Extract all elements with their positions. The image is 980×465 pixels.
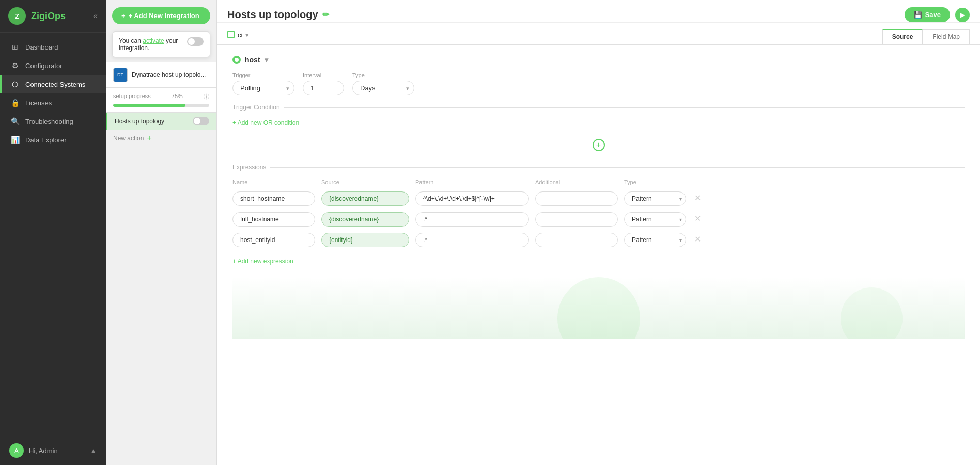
col-additional-label: Additional <box>535 179 618 185</box>
logo-text: ZigiOps <box>31 11 66 22</box>
expr-additional-group-2 <box>535 212 618 227</box>
troubleshooting-icon: 🔍 <box>11 117 19 125</box>
expression-row-1: Pattern ✕ <box>232 191 965 206</box>
action-toggle[interactable] <box>193 117 209 125</box>
trigger-label: Trigger <box>232 72 294 78</box>
user-greeting: Hi, Admin <box>29 447 58 455</box>
sidebar-item-licenses[interactable]: 🔒 Licenses <box>0 93 106 112</box>
type-select-wrapper: Days Hours Minutes <box>352 81 414 95</box>
expr-pattern-input-2[interactable] <box>415 212 529 227</box>
expr-source-input-2[interactable] <box>321 212 409 227</box>
add-integration-button[interactable]: + + Add New Integration <box>112 7 210 24</box>
save-button[interactable]: 💾 Save <box>905 7 950 22</box>
col-name-label: Name <box>232 179 315 185</box>
sidebar-item-dashboard[interactable]: ⊞ Dashboard <box>0 38 106 56</box>
trigger-condition-section: Trigger Condition <box>232 104 965 111</box>
tab-source[interactable]: Source <box>882 29 923 44</box>
delete-expr-button-3[interactable]: ✕ <box>692 234 703 247</box>
header-actions: 💾 Save ▶ <box>905 7 970 22</box>
edit-title-icon[interactable]: ✏ <box>322 10 329 20</box>
integration-toggle[interactable] <box>187 37 204 46</box>
col-source-label: Source <box>321 179 409 185</box>
expressions-header-row: Name Source Pattern Additional <box>232 179 965 185</box>
sidebar-item-label: Connected Systems <box>25 81 85 88</box>
delete-expr-button-1[interactable]: ✕ <box>692 193 703 206</box>
sidebar-item-configurator[interactable]: ⚙ Configurator <box>0 56 106 75</box>
expr-pattern-input-3[interactable] <box>415 233 529 247</box>
add-expression-button[interactable]: + Add new expression <box>232 255 293 267</box>
user-menu-icon[interactable]: ▲ <box>90 447 97 455</box>
new-action-button[interactable]: New action + <box>106 130 216 147</box>
host-section: host ▾ Trigger Polling <box>232 56 965 267</box>
sidebar-item-label: Troubleshooting <box>25 118 73 125</box>
interval-input[interactable] <box>303 81 344 95</box>
logo-icon: Z <box>8 7 26 25</box>
trigger-group: Trigger Polling <box>232 72 294 95</box>
ci-selector[interactable]: ci ▾ <box>227 31 255 43</box>
expr-source-input-1[interactable] <box>321 191 409 206</box>
integration-item-dynatrace[interactable]: DT Dynatrace host up topolo... <box>106 62 216 88</box>
expr-name-input-3[interactable] <box>232 233 315 247</box>
ci-checkbox[interactable] <box>227 31 235 38</box>
integration-item-name: Dynatrace host up topolo... <box>132 71 209 78</box>
type-select[interactable]: Days Hours Minutes <box>352 81 414 95</box>
expr-pattern-group-3 <box>415 233 529 247</box>
add-circle-button[interactable]: + <box>593 139 605 151</box>
expr-source-input-3[interactable] <box>321 233 409 247</box>
expr-name-input-2[interactable] <box>232 212 315 227</box>
sidebar-item-label: Licenses <box>25 99 52 107</box>
sidebar-item-label: Dashboard <box>25 43 58 51</box>
sidebar: Z ZigiOps « ⊞ Dashboard ⚙ Configurator ⬡… <box>0 0 106 465</box>
delete-expr-button-2[interactable]: ✕ <box>692 214 703 227</box>
expr-source-group-3 <box>321 233 409 247</box>
expr-name-group-2 <box>232 212 315 227</box>
sidebar-nav: ⊞ Dashboard ⚙ Configurator ⬡ Connected S… <box>0 33 106 436</box>
host-header[interactable]: host ▾ <box>232 56 965 64</box>
expressions-section: Expressions Name Source Pattern <box>232 164 965 267</box>
expr-additional-input-3[interactable] <box>535 233 618 247</box>
expr-type-select-3[interactable]: Pattern <box>624 233 686 247</box>
circle-decor-center <box>557 277 640 339</box>
expr-additional-group-1 <box>535 191 618 206</box>
sidebar-item-troubleshooting[interactable]: 🔍 Troubleshooting <box>0 112 106 131</box>
expr-type-group-2: Pattern <box>624 212 686 227</box>
bottom-decoration <box>232 277 965 339</box>
expr-type-select-2[interactable]: Pattern <box>624 212 686 227</box>
sidebar-footer[interactable]: A Hi, Admin ▲ <box>0 436 106 465</box>
sidebar-collapse-icon[interactable]: « <box>93 11 98 21</box>
add-condition-button[interactable]: + Add new OR condition <box>232 117 299 129</box>
host-chevron-icon: ▾ <box>265 56 268 64</box>
expr-additional-group-3 <box>535 233 618 247</box>
trigger-select[interactable]: Polling <box>232 81 294 95</box>
activate-link[interactable]: activate <box>143 37 164 44</box>
avatar: A <box>9 443 24 458</box>
col-type-label: Type <box>624 179 691 185</box>
sidebar-item-connected-systems[interactable]: ⬡ Connected Systems <box>0 75 106 93</box>
expression-row-3: Pattern ✕ <box>232 233 965 247</box>
expr-additional-input-1[interactable] <box>535 191 618 206</box>
expression-row-2: Pattern ✕ <box>232 212 965 227</box>
source-panel: host ▾ Trigger Polling <box>217 45 980 465</box>
tab-bar: ci ▾ Source Field Map <box>217 25 980 45</box>
ci-label: ci <box>238 31 242 39</box>
integration-action-item[interactable]: Hosts up topology <box>106 113 216 130</box>
expr-pattern-group-2 <box>415 212 529 227</box>
expr-additional-input-2[interactable] <box>535 212 618 227</box>
sidebar-item-label: Configurator <box>25 62 63 70</box>
expr-name-input-1[interactable] <box>232 191 315 206</box>
save-icon: 💾 <box>914 11 922 19</box>
new-action-label: New action <box>113 135 144 142</box>
trigger-form-row: Trigger Polling Interval <box>232 72 965 95</box>
play-button[interactable]: ▶ <box>955 8 970 22</box>
progress-bar-bg <box>113 104 209 107</box>
ci-chevron-icon: ▾ <box>245 31 249 39</box>
sidebar-item-data-explorer[interactable]: 📊 Data Explorer <box>0 131 106 149</box>
progress-bar-fill <box>113 104 185 107</box>
expr-pattern-input-1[interactable] <box>415 191 529 206</box>
trigger-select-wrapper: Polling <box>232 81 294 95</box>
tab-field-map[interactable]: Field Map <box>923 29 970 44</box>
dashboard-icon: ⊞ <box>11 43 19 51</box>
type-label: Type <box>352 72 414 78</box>
expr-type-group-3: Pattern <box>624 233 686 247</box>
expr-type-select-1[interactable]: Pattern <box>624 191 686 206</box>
